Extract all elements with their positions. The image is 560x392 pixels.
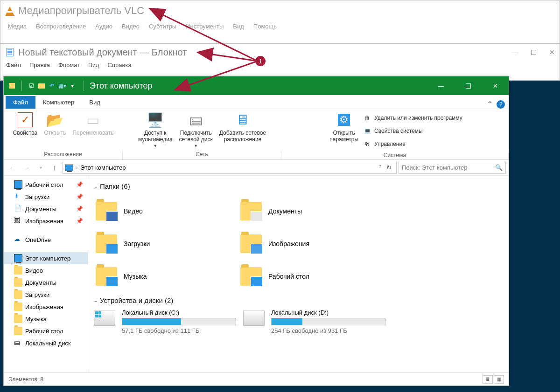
ribbon-open-button[interactable]: 📂 Открыть: [42, 112, 68, 136]
sidebar-item-pictures[interactable]: 🖼Изображения📌: [4, 215, 88, 227]
documents-icon: 📄: [14, 205, 22, 213]
qat-undo-icon[interactable]: ↶: [48, 82, 56, 89]
drive-usage-bar: [122, 318, 236, 325]
chevron-down-icon: ⌄: [94, 297, 98, 303]
sidebar-item-video[interactable]: Видео: [4, 264, 88, 276]
notepad-close-button[interactable]: ✕: [549, 48, 555, 56]
pin-icon: 📌: [76, 181, 83, 188]
open-icon: 📂: [47, 112, 63, 128]
folders-grid: ВидеоДокументыЗагрузкиИзображенияМузыкаР…: [94, 195, 503, 293]
search-input[interactable]: Поиск: Этот компьютер 🔍: [399, 162, 506, 174]
ribbon-collapse-icon[interactable]: ⌃: [487, 100, 493, 109]
rename-icon: ▭: [85, 112, 101, 128]
notepad-maximize-button[interactable]: [531, 48, 536, 56]
address-bar[interactable]: › Этот компьютер ˅ ↻: [63, 162, 397, 174]
tab-view[interactable]: Вид: [82, 96, 108, 109]
ribbon-mapdrive-button[interactable]: 🖴 Подключить сетевой диск ▼: [177, 112, 215, 148]
manage-icon: 🛠: [363, 140, 371, 148]
drive-item[interactable]: Локальный диск (C:)57,1 ГБ свободно из 1…: [94, 309, 238, 334]
notepad-menu-file[interactable]: Файл: [6, 62, 21, 69]
vlc-menu-media[interactable]: Медиа: [8, 23, 27, 30]
tab-computer[interactable]: Компьютер: [35, 96, 82, 109]
folders-section-header[interactable]: ⌄ Папки (6): [94, 182, 503, 190]
qat-customize-icon[interactable]: ▾: [69, 82, 76, 89]
tab-file[interactable]: Файл: [6, 96, 35, 109]
breadcrumb-chevron-icon[interactable]: ›: [76, 165, 77, 170]
refresh-icon[interactable]: ↻: [386, 164, 392, 171]
vlc-menu-tools[interactable]: Инструменты: [186, 23, 224, 30]
ribbon-addnetwork-button[interactable]: 🖥 Добавить сетевое расположение: [217, 112, 268, 143]
folder-item[interactable]: Видео: [94, 195, 238, 227]
ribbon-sysprops-link[interactable]: 💻 Свойства системы: [363, 126, 462, 136]
folder-item[interactable]: Изображения: [238, 227, 383, 260]
sidebar-item-downloads2[interactable]: Загрузки: [4, 289, 88, 301]
vlc-menu-video[interactable]: Видео: [122, 23, 140, 30]
vlc-menu-playback[interactable]: Воспроизведение: [36, 23, 86, 30]
sidebar-item-documents[interactable]: 📄Документы📌: [4, 203, 88, 215]
explorer-maximize-button[interactable]: [455, 76, 482, 95]
ribbon-settings-button[interactable]: ⚙ Открыть параметры: [328, 112, 360, 143]
sidebar-item-localdisk[interactable]: 🖴Локальный диск: [4, 337, 88, 349]
help-icon[interactable]: ?: [497, 100, 505, 109]
explorer-close-button[interactable]: ✕: [482, 76, 509, 95]
folder-label: Изображения: [268, 240, 309, 248]
explorer-minimize-button[interactable]: —: [427, 76, 455, 95]
ribbon-properties-button[interactable]: ✓ Свойства: [11, 112, 40, 136]
folder-item[interactable]: Рабочий стол: [238, 260, 383, 293]
nav-forward-button[interactable]: →: [21, 162, 33, 174]
folder-item[interactable]: Документы: [238, 195, 383, 227]
navigation-pane[interactable]: Рабочий стол📌 ⬇Загрузки📌 📄Документы📌 🖼Из…: [4, 176, 88, 372]
nav-recent-button[interactable]: ▾: [35, 162, 47, 174]
qat-more-icon[interactable]: ▦▾: [58, 82, 66, 89]
drives-section-header[interactable]: ⌄ Устройства и диски (2): [94, 296, 503, 304]
notepad-titlebar[interactable]: Новый текстовый документ — Блокнот — ✕: [0, 44, 560, 61]
vlc-menu-view[interactable]: Вид: [233, 23, 244, 30]
notepad-icon: [6, 48, 14, 56]
vlc-menu-help[interactable]: Помощь: [253, 23, 277, 30]
sidebar-item-downloads[interactable]: ⬇Загрузки📌: [4, 191, 88, 203]
vlc-menu-subtitles[interactable]: Субтитры: [149, 23, 176, 30]
sidebar-item-desktop2[interactable]: Рабочий стол: [4, 325, 88, 337]
drive-icon: [243, 310, 265, 326]
sidebar-item-documents2[interactable]: Документы: [4, 276, 88, 289]
folder-icon: [240, 202, 262, 220]
content-pane[interactable]: ⌄ Папки (6) ВидеоДокументыЗагрузкиИзобра…: [88, 176, 509, 372]
address-dropdown-icon[interactable]: ˅: [379, 165, 382, 171]
qat-properties-icon[interactable]: ☑: [28, 82, 35, 89]
sidebar-item-thispc[interactable]: Этот компьютер: [4, 252, 88, 264]
sidebar-item-onedrive[interactable]: ☁OneDrive: [4, 234, 88, 246]
vlc-titlebar[interactable]: Медиапроигрыватель VLC: [0, 0, 560, 21]
sidebar-item-desktop[interactable]: Рабочий стол📌: [4, 179, 88, 191]
sidebar-item-music[interactable]: Музыка: [4, 313, 88, 325]
qat-app-icon[interactable]: [8, 82, 16, 89]
ribbon-tabs: Файл Компьютер Вид ⌃ ?: [4, 95, 509, 109]
vlc-menu-audio[interactable]: Аудио: [95, 23, 112, 30]
view-details-button[interactable]: ≣: [483, 375, 493, 384]
uninstall-icon: 🗑: [363, 114, 371, 122]
notepad-minimize-button[interactable]: —: [511, 48, 518, 56]
notepad-menu-format[interactable]: Формат: [58, 62, 80, 69]
ribbon-manage-link[interactable]: 🛠 Управление: [363, 139, 462, 149]
pictures-icon: [14, 303, 22, 311]
notepad-menu-help[interactable]: Справка: [108, 62, 132, 69]
nav-up-button[interactable]: ↑: [49, 162, 61, 174]
search-placeholder: Поиск: Этот компьютер: [402, 164, 467, 171]
notepad-menu-view[interactable]: Вид: [88, 62, 99, 69]
ribbon-uninstall-link[interactable]: 🗑 Удалить или изменить программу: [363, 113, 462, 123]
sidebar-item-pictures2[interactable]: Изображения: [4, 301, 88, 313]
status-bar: Элементов: 8 ≣ ▦: [4, 372, 509, 385]
vlc-window: Медиапроигрыватель VLC Медиа Воспроизвед…: [0, 0, 560, 47]
notepad-menu-edit[interactable]: Правка: [29, 62, 50, 69]
folder-item[interactable]: Музыка: [94, 260, 238, 293]
ribbon-rename-button[interactable]: ▭ Переименовать: [70, 112, 115, 136]
ribbon-group-network-label: Сеть: [123, 151, 281, 159]
explorer-titlebar[interactable]: ☑ ↶ ▦▾ ▾ Этот компьютер — ✕: [4, 76, 509, 95]
nav-back-button[interactable]: ←: [7, 162, 19, 174]
documents-icon: [14, 278, 22, 287]
ribbon-media-button[interactable]: 🖥️ Доступ к мультимедиа ▼: [136, 112, 175, 148]
view-large-button[interactable]: ▦: [494, 375, 504, 384]
folder-label: Видео: [124, 207, 143, 215]
drive-item[interactable]: Локальный диск (D:)254 ГБ свободно из 93…: [243, 309, 388, 334]
folder-item[interactable]: Загрузки: [94, 227, 238, 260]
qat-newfolder-icon[interactable]: [38, 82, 45, 89]
